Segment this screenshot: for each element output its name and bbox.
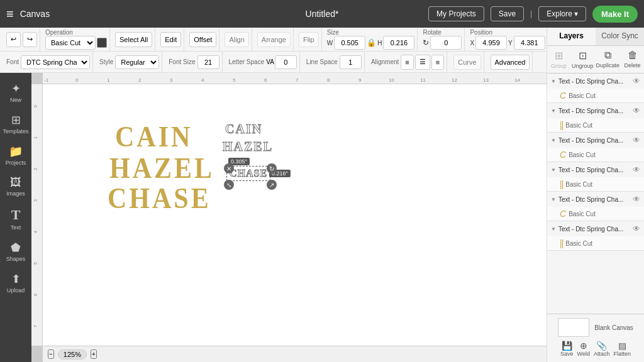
blank-canvas-swatch[interactable] (558, 318, 589, 337)
font-size-input[interactable] (197, 55, 219, 69)
align-button[interactable]: Align (225, 32, 248, 47)
tab-color-sync[interactable]: Color Sync (596, 28, 644, 45)
layer-eye-icon-4[interactable]: 👁 (633, 195, 640, 204)
hazel-text-filled[interactable]: HAZEL (109, 152, 214, 185)
flip-button[interactable]: Flip (299, 32, 319, 47)
ungroup-button[interactable]: ⊡ Ungroup (570, 46, 595, 73)
layer-header-2[interactable]: ▼ Text - Dtc Spring Cha... 👁 (547, 133, 644, 148)
save-button[interactable]: Save (491, 6, 524, 21)
hamburger-icon[interactable]: ≡ (6, 7, 14, 21)
layer-sub-5: ||Basic Cut (547, 236, 644, 250)
zoom-out-button[interactable]: − (48, 349, 54, 359)
duplicate-button[interactable]: ⧉ Duplicate (595, 46, 621, 73)
zoom-level[interactable]: 125% (58, 349, 87, 359)
lock-icon[interactable]: 🔒 (367, 38, 376, 47)
undo-button[interactable]: ↩ (6, 32, 21, 47)
my-projects-button[interactable]: My Projects (428, 6, 484, 21)
svg-text:7: 7 (33, 325, 38, 327)
delete-button[interactable]: 🗑 Delete (621, 46, 644, 73)
operation-label: Operation (45, 29, 107, 36)
layer-header-5[interactable]: ▼ Text - Dtc Spring Cha... 👁 (547, 221, 644, 236)
letter-space-input[interactable] (275, 55, 297, 69)
align-right-button[interactable]: ≡ (431, 55, 444, 70)
style-label: Style (99, 58, 113, 65)
advanced-group: Advanced (488, 52, 533, 72)
y-input[interactable] (514, 36, 545, 50)
color-swatch[interactable] (97, 38, 107, 48)
select-all-button[interactable]: Select All (115, 32, 152, 47)
align-center-button[interactable]: ☰ (415, 55, 430, 70)
layer-header-0[interactable]: ▼ Text - Dtc Spring Cha... 👁 (547, 74, 644, 89)
offset-button[interactable]: Offset (189, 32, 216, 47)
resize-handle-br[interactable]: ↗ (267, 180, 277, 190)
svg-text:5: 5 (33, 262, 38, 265)
sidebar-item-projects[interactable]: 📁 Projects (2, 141, 30, 170)
delete-handle[interactable]: ✕ (224, 163, 234, 173)
advanced-button[interactable]: Advanced (491, 55, 530, 70)
layer-sub-text-2: Basic Cut (569, 151, 596, 158)
layer-eye-icon-1[interactable]: 👁 (633, 106, 640, 115)
canvas-bottom-bar: − 125% + (43, 346, 547, 362)
layer-sub-0: CBasic Cut (547, 89, 644, 102)
attach-button[interactable]: 📎 Attach (592, 339, 611, 358)
rotate-handle[interactable]: ↻ (267, 163, 277, 173)
redo-button[interactable]: ↪ (23, 32, 37, 47)
x-input[interactable] (475, 36, 507, 50)
rotate-input[interactable] (430, 36, 462, 50)
arrange-button[interactable]: Arrange (257, 32, 291, 47)
curve-button[interactable]: Curve (453, 55, 480, 70)
layer-header-3[interactable]: ▼ Text - Dtc Spring Cha... 👁 (547, 162, 644, 177)
doc-title: Untitled* (306, 9, 339, 19)
line-space-input[interactable] (340, 55, 362, 69)
chase-text-filled[interactable]: CHASE (108, 182, 211, 216)
make-it-button[interactable]: Make It (592, 6, 638, 23)
width-input[interactable] (334, 36, 365, 50)
topbar: ≡ Canvas Untitled* My Projects Save | Ex… (0, 0, 644, 28)
layer-eye-icon-2[interactable]: 👁 (633, 136, 640, 145)
resize-handle-bl[interactable]: ⤡ (224, 180, 234, 190)
edit-button[interactable]: Edit (160, 32, 181, 47)
cain-text-filled[interactable]: CAIN (115, 121, 192, 154)
layers-list: ▼ Text - Dtc Spring Cha... 👁 CBasic Cut … (547, 74, 644, 314)
align-left-button[interactable]: ≡ (401, 55, 413, 70)
sidebar-item-upload[interactable]: ⬆ Upload (2, 268, 30, 297)
hazel-text-outline[interactable]: HAZEL (223, 140, 273, 154)
operation-select[interactable]: Basic Cut (45, 36, 96, 50)
sidebar-item-new[interactable]: ✦ New (2, 78, 30, 107)
height-input[interactable] (383, 36, 414, 50)
zoom-in-button[interactable]: + (91, 349, 97, 359)
layer-eye-icon-5[interactable]: 👁 (633, 224, 640, 233)
font-select[interactable]: DTC Spring Charm... (21, 55, 90, 69)
tab-layers[interactable]: Layers (547, 28, 596, 45)
style-select[interactable]: Regular (115, 55, 159, 69)
layer-header-4[interactable]: ▼ Text - Dtc Spring Cha... 👁 (547, 192, 644, 207)
cain-text-outline[interactable]: CAIN (225, 122, 262, 136)
weld-button[interactable]: ⊕ Weld (576, 339, 591, 358)
white-canvas[interactable]: CAIN HAZEL CHASE CAIN HAZEL CHASE ✕ ↻ ⤡ … (43, 84, 547, 346)
explore-button[interactable]: Explore ▾ (538, 6, 586, 21)
save-tool-button[interactable]: 💾 Save (559, 339, 575, 358)
layer-header-1[interactable]: ▼ Text - Dtc Spring Cha... 👁 (547, 103, 644, 118)
svg-text:1: 1 (107, 77, 110, 83)
text-icon: T (11, 207, 21, 223)
layer-eye-icon-3[interactable]: 👁 (633, 165, 640, 174)
svg-text:6: 6 (33, 293, 38, 296)
group-label: Group (551, 63, 567, 69)
bottom-tool-buttons: 💾 Save ⊕ Weld 📎 Attach ▤ Flatten (559, 339, 632, 358)
layer-expand-icon-2: ▼ (551, 138, 556, 143)
sidebar-item-images[interactable]: 🖼 Images (2, 172, 30, 200)
layer-sub-icon-1: || (560, 120, 563, 130)
sidebar-item-templates[interactable]: ⊞ Templates (2, 109, 30, 138)
layer-eye-icon-0[interactable]: 👁 (633, 77, 640, 85)
canvas-area[interactable]: -1 0 1 2 3 4 5 6 7 8 9 10 11 12 13 14 0 … (31, 73, 547, 362)
svg-text:13: 13 (483, 77, 489, 83)
svg-text:4: 4 (33, 231, 38, 233)
sidebar-item-shapes[interactable]: ⬟ Shapes (2, 237, 30, 266)
position-group: Position X Y (467, 28, 548, 51)
layer-sub-icon-4: C (560, 209, 566, 219)
flatten-button[interactable]: ▤ Flatten (612, 339, 632, 358)
sidebar-item-text[interactable]: T Text (2, 203, 30, 234)
svg-text:3: 3 (170, 77, 173, 83)
layer-group-5: ▼ Text - Dtc Spring Cha... 👁 ||Basic Cut (547, 221, 644, 251)
group-button[interactable]: ⊞ Group (547, 46, 570, 73)
